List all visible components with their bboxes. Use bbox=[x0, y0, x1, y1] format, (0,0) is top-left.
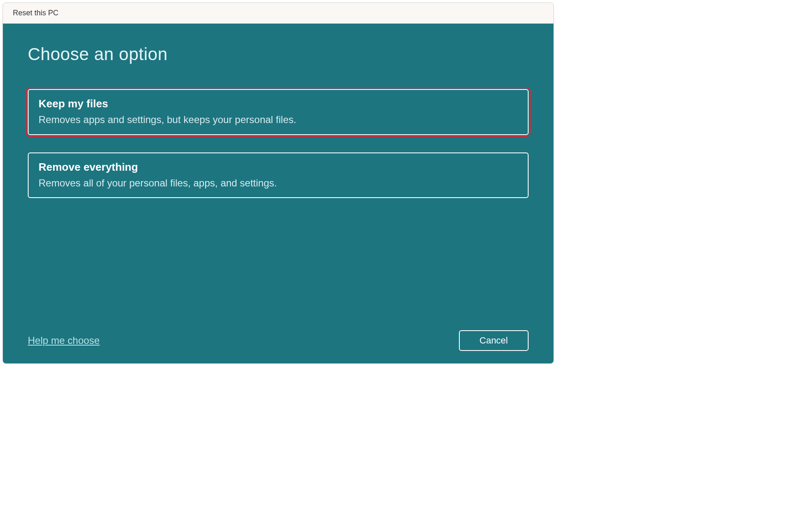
reset-pc-dialog: Reset this PC Choose an option Keep my f… bbox=[2, 2, 554, 364]
dialog-footer: Help me choose Cancel bbox=[28, 322, 529, 351]
option-description: Removes apps and settings, but keeps you… bbox=[39, 113, 518, 127]
title-bar: Reset this PC bbox=[3, 3, 553, 24]
remove-everything-option[interactable]: Remove everything Removes all of your pe… bbox=[28, 152, 529, 198]
page-heading: Choose an option bbox=[28, 44, 529, 64]
help-me-choose-link[interactable]: Help me choose bbox=[28, 335, 100, 346]
options-container: Keep my files Removes apps and settings,… bbox=[28, 89, 529, 198]
option-title: Keep my files bbox=[39, 97, 518, 110]
option-description: Removes all of your personal files, apps… bbox=[39, 176, 518, 190]
content-area: Choose an option Keep my files Removes a… bbox=[3, 24, 553, 363]
keep-my-files-option[interactable]: Keep my files Removes apps and settings,… bbox=[28, 89, 529, 135]
cancel-button[interactable]: Cancel bbox=[459, 330, 529, 351]
window-title: Reset this PC bbox=[13, 9, 58, 17]
option-title: Remove everything bbox=[39, 161, 518, 174]
